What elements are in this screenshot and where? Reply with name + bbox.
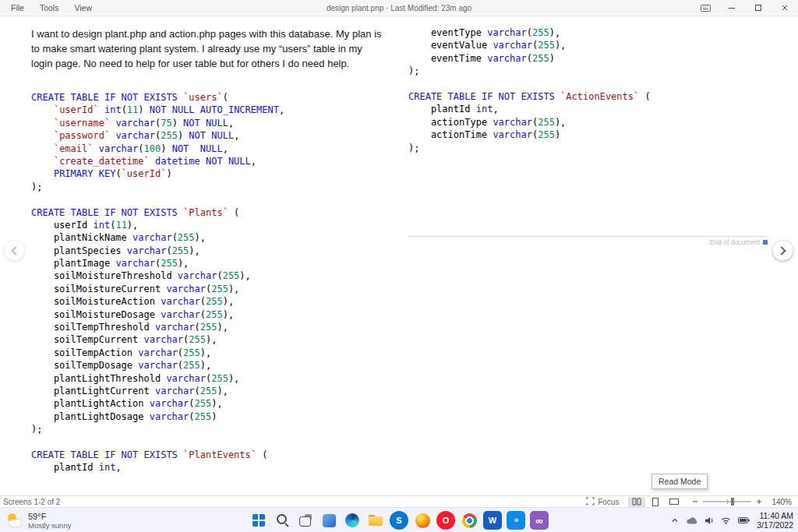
zoom-out-button[interactable] [692, 498, 698, 506]
read-mode-button[interactable] [628, 497, 645, 507]
titlebar: File Tools View design plant.pnp · Last … [0, 0, 798, 16]
opera-icon[interactable]: O [436, 511, 455, 530]
system-tray: 11:40 AM 3/17/2022 [671, 509, 793, 531]
zoom-slider-thumb[interactable] [731, 498, 734, 506]
chevron-left-icon [11, 246, 19, 255]
menu-file[interactable]: File [11, 3, 24, 12]
print-layout-button[interactable] [647, 497, 664, 507]
clock[interactable]: 11:40 AM 3/17/2022 [757, 511, 793, 530]
skype-icon[interactable]: S [390, 511, 408, 530]
taskbar-apps: SOW‹›∞ [247, 509, 551, 531]
intro-paragraph: I want to design plant.php and action.ph… [31, 26, 383, 71]
previous-screen-button[interactable] [4, 240, 25, 261]
visual-studio-icon[interactable]: ∞ [530, 511, 549, 530]
sql-code-left: CREATE TABLE IF NOT EXISTS `users`( `use… [31, 91, 383, 474]
weather-condition: Mostly sunny [28, 521, 71, 530]
weather-widget[interactable]: 59°F Mostly sunny [6, 510, 71, 530]
chrome-icon[interactable] [460, 511, 478, 530]
status-bar: Screens 1-2 of 2 Focus [0, 495, 798, 507]
page-column-left: I want to design plant.php and action.ph… [31, 26, 383, 474]
focus-icon [586, 497, 595, 507]
file-explorer-icon[interactable] [366, 511, 385, 530]
menu-bar: File Tools View [0, 3, 92, 12]
weather-temperature: 59°F [28, 512, 71, 521]
word-icon[interactable]: W [483, 511, 502, 530]
chevron-up-icon[interactable] [671, 516, 679, 524]
sql-code-right: eventType varchar(255), eventValue varch… [408, 26, 768, 154]
start-button[interactable] [249, 511, 268, 530]
menu-tools[interactable]: Tools [40, 3, 59, 12]
screen-count: Screens 1-2 of 2 [0, 498, 60, 506]
page-column-right: eventType varchar(255), eventValue varch… [408, 26, 768, 154]
window-title: design plant.pnp · Last Modified: 23m ag… [0, 4, 798, 12]
next-screen-button[interactable] [772, 240, 793, 261]
focus-button[interactable]: Focus [586, 497, 619, 507]
search-button[interactable] [273, 511, 291, 530]
network-icon[interactable] [721, 516, 731, 524]
end-of-document-label: End of document [710, 238, 760, 246]
task-view-button[interactable] [296, 511, 315, 530]
document-canvas: I want to design plant.php and action.ph… [0, 16, 798, 495]
taskbar: 59°F Mostly sunny SOW‹›∞ 11:40 AM 3/17/2… [0, 507, 798, 532]
close-button[interactable] [772, 0, 798, 16]
volume-icon[interactable] [704, 516, 714, 525]
focus-label: Focus [598, 498, 619, 506]
vscode-icon[interactable]: ‹› [507, 511, 525, 530]
onedrive-icon[interactable] [686, 516, 697, 524]
zoom-slider[interactable] [703, 501, 751, 502]
zoom-level[interactable]: 140% [772, 498, 792, 506]
clock-date: 3/17/2022 [757, 520, 793, 530]
resize-handle[interactable] [763, 240, 768, 245]
end-of-document-marker: End of document [408, 236, 768, 246]
firefox-icon[interactable] [413, 511, 432, 530]
window-controls [692, 0, 798, 16]
web-layout-button[interactable] [666, 497, 683, 507]
end-of-document-rule [408, 236, 768, 237]
edge-icon[interactable] [343, 511, 362, 530]
read-mode-tooltip: Read Mode [651, 474, 708, 489]
weather-icon [6, 513, 23, 528]
keyboard-icon[interactable] [692, 0, 719, 16]
chevron-right-icon [777, 246, 786, 255]
menu-view[interactable]: View [74, 3, 92, 12]
minimize-button[interactable] [719, 0, 745, 16]
clock-time: 11:40 AM [757, 511, 793, 520]
maximize-button[interactable] [745, 0, 772, 16]
view-switcher [628, 497, 683, 507]
widgets-button[interactable] [320, 511, 338, 530]
zoom-in-button[interactable] [756, 498, 762, 506]
battery-icon[interactable] [738, 517, 750, 523]
